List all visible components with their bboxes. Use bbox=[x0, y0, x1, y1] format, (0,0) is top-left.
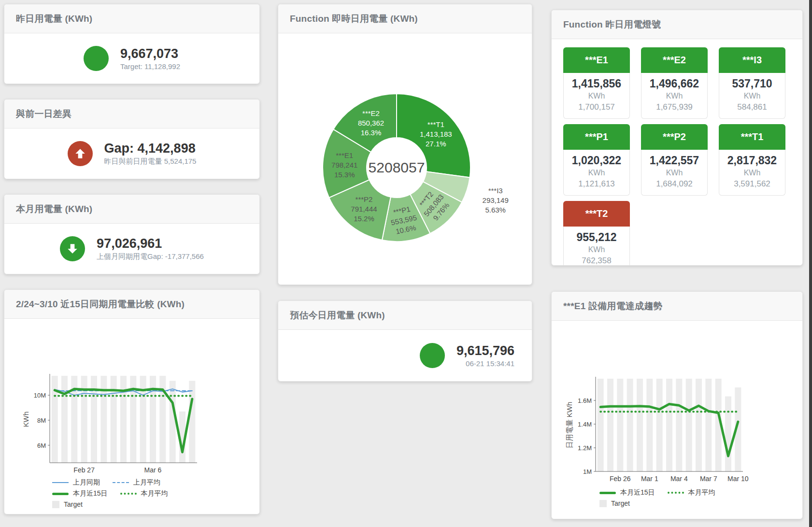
tile-label: ***P2 bbox=[641, 124, 708, 150]
target-bar bbox=[646, 379, 653, 471]
legend-item-上月平均[interactable]: 上月平均 bbox=[113, 478, 160, 487]
target-bar bbox=[598, 379, 604, 471]
target-bar bbox=[637, 379, 643, 471]
e1-trend-card: ***E1 設備用電達成趨勢 1M1.2M1.4M1.6MFeb 26Mar 1… bbox=[551, 291, 803, 519]
e1-trend-line-chart[interactable]: 1M1.2M1.4M1.6MFeb 26Mar 1Mar 4Mar 7Mar 1… bbox=[552, 321, 803, 485]
realtime-donut-card: Function 即時日用電量 (KWh) ***T11,413,18327.1… bbox=[278, 4, 532, 285]
legend-swatch-icon bbox=[599, 492, 616, 494]
tile-target-value: 584,861 bbox=[719, 101, 785, 113]
donut-slice-label: ***I3293,1495.63% bbox=[483, 186, 509, 214]
legend-label: 本月近15日 bbox=[73, 489, 108, 498]
tile-unit: KWh bbox=[564, 167, 629, 178]
target-bar bbox=[627, 379, 633, 471]
vertical-scrollbar[interactable] bbox=[809, 0, 812, 527]
y-tick-label: 1.2M bbox=[578, 444, 592, 452]
tile-label: ***I3 bbox=[719, 47, 785, 73]
kpi-subtitle: 上個月同期用電Gap: -17,377,566 bbox=[97, 252, 204, 261]
tile-target-value: 1,700,157 bbox=[564, 101, 629, 113]
legend-item-上月同期[interactable]: 上月同期 bbox=[52, 478, 100, 487]
target-bar bbox=[120, 376, 127, 463]
up-arrow-icon bbox=[68, 141, 93, 166]
legend-label: Target bbox=[611, 499, 630, 507]
tile-unit: KWh bbox=[719, 90, 785, 101]
gap-prev-day-card: 與前一日差異 Gap: 4,142,898 昨日與前日用電量 5,524,175 bbox=[4, 99, 260, 179]
month-usage-card: 本月用電量 (KWh) 97,026,961 上個月同期用電Gap: -17,3… bbox=[4, 194, 260, 274]
card-title: ***E1 設備用電達成趨勢 bbox=[563, 300, 663, 313]
target-bar bbox=[705, 379, 712, 471]
y-axis-label: 日用電量 KWh bbox=[565, 402, 573, 449]
card-title: 與前一日差異 bbox=[16, 108, 71, 120]
card-title: Function 昨日用電燈號 bbox=[563, 18, 661, 31]
status-tile-P2: ***P21,422,557KWh1,684,092 bbox=[641, 124, 708, 196]
legend-row: Target bbox=[599, 499, 728, 507]
legend-item-本月近15日[interactable]: 本月近15日 bbox=[52, 489, 108, 498]
yesterday-usage-card: 昨日用電量 (KWh) 9,667,073 Target: 11,128,992 bbox=[4, 4, 260, 84]
tile-label: ***T2 bbox=[563, 201, 630, 227]
legend-label: 上月同期 bbox=[73, 478, 100, 487]
target-bar bbox=[170, 381, 176, 463]
legend-swatch-icon bbox=[52, 482, 69, 483]
tile-value: 955,212 bbox=[564, 231, 629, 244]
x-tick-label: Feb 26 bbox=[610, 475, 631, 483]
target-bar bbox=[666, 379, 672, 471]
target-bar bbox=[686, 379, 692, 471]
target-bar bbox=[696, 379, 702, 471]
tile-body: 1,422,557KWh1,684,092 bbox=[641, 150, 708, 196]
status-tile-P1: ***P11,020,322KWh1,121,613 bbox=[563, 124, 630, 196]
legend-item-本月近15日[interactable]: 本月近15日 bbox=[599, 488, 655, 497]
status-tile-T2: ***T2955,212KWh762,358 bbox=[563, 201, 630, 266]
tile-target-value: 1,121,613 bbox=[564, 178, 629, 190]
status-circle-icon bbox=[420, 343, 445, 368]
x-tick-label: Mar 4 bbox=[670, 475, 688, 483]
card-body: 97,026,961 上個月同期用電Gap: -17,377,566 bbox=[4, 224, 259, 274]
tile-target-value: 762,358 bbox=[564, 255, 629, 266]
target-bar bbox=[725, 396, 731, 471]
legend-item-本月平均[interactable]: 本月平均 bbox=[120, 489, 168, 498]
donut-center-total: 5208057 bbox=[369, 159, 425, 175]
target-bar bbox=[656, 379, 663, 471]
kpi-value: 9,667,073 bbox=[120, 46, 180, 61]
tile-unit: KWh bbox=[564, 90, 629, 101]
chart-area: 1M1.2M1.4M1.6MFeb 26Mar 1Mar 4Mar 7Mar 1… bbox=[552, 321, 802, 519]
tile-target-value: 3,591,562 bbox=[719, 178, 785, 190]
card-title: 預估今日用電量 (KWh) bbox=[290, 309, 385, 322]
kpi-subtitle: 06-21 15:34:41 bbox=[456, 359, 514, 368]
legend-label: 本月平均 bbox=[141, 489, 168, 498]
legend-row: 上月同期上月平均 bbox=[52, 478, 181, 487]
kpi-value: Gap: 4,142,898 bbox=[104, 141, 197, 156]
tile-body: 1,415,856KWh1,700,157 bbox=[563, 73, 630, 119]
status-circle-icon bbox=[84, 46, 109, 71]
compare-line-chart[interactable]: 6M8M10MFeb 27Mar 6KWh bbox=[4, 319, 260, 478]
card-header: Function 昨日用電燈號 bbox=[552, 10, 802, 39]
status-tile-T1: ***T12,817,832KWh3,591,562 bbox=[719, 124, 785, 196]
target-bar bbox=[52, 376, 58, 463]
card-title: 本月用電量 (KWh) bbox=[16, 203, 92, 215]
legend-swatch-icon bbox=[52, 501, 59, 508]
tile-body: 1,020,322KWh1,121,613 bbox=[563, 150, 630, 196]
y-axis-label: KWh bbox=[22, 412, 30, 427]
tile-label: ***P1 bbox=[563, 124, 630, 150]
legend-item-Target[interactable]: Target bbox=[599, 499, 630, 507]
legend-swatch-icon bbox=[52, 493, 69, 495]
card-title: Function 即時日用電量 (KWh) bbox=[290, 13, 418, 25]
y-tick-label: 1.6M bbox=[578, 397, 592, 404]
card-body: 9,615,796 06-21 15:34:41 bbox=[278, 330, 532, 381]
legend-item-Target[interactable]: Target bbox=[52, 500, 83, 508]
legend-swatch-icon bbox=[113, 482, 129, 483]
daily-usage-donut-chart[interactable]: ***T11,413,18327.1%***I3293,1495.63%***T… bbox=[278, 33, 532, 285]
down-arrow-icon bbox=[60, 236, 85, 261]
card-title: 2/24~3/10 近15日同期用電量比較 (KWh) bbox=[16, 298, 185, 311]
y-tick-label: 8M bbox=[37, 417, 46, 424]
kpi-text: 97,026,961 上個月同期用電Gap: -17,377,566 bbox=[97, 236, 204, 261]
kpi-text: 9,615,796 06-21 15:34:41 bbox=[456, 343, 514, 368]
card-header: Function 即時日用電量 (KWh) bbox=[278, 4, 532, 33]
legend-item-本月平均[interactable]: 本月平均 bbox=[668, 488, 715, 497]
card-header: 昨日用電量 (KWh) bbox=[4, 4, 259, 33]
x-tick-label: Mar 1 bbox=[641, 475, 658, 483]
status-tile-E2: ***E21,496,662KWh1,675,939 bbox=[641, 47, 708, 119]
legend-swatch-icon bbox=[120, 493, 137, 495]
kpi-text: Gap: 4,142,898 昨日與前日用電量 5,524,175 bbox=[104, 141, 197, 166]
tile-body: 955,212KWh762,358 bbox=[563, 227, 630, 266]
target-bar bbox=[676, 379, 682, 471]
x-tick-label: Mar 7 bbox=[700, 475, 717, 483]
